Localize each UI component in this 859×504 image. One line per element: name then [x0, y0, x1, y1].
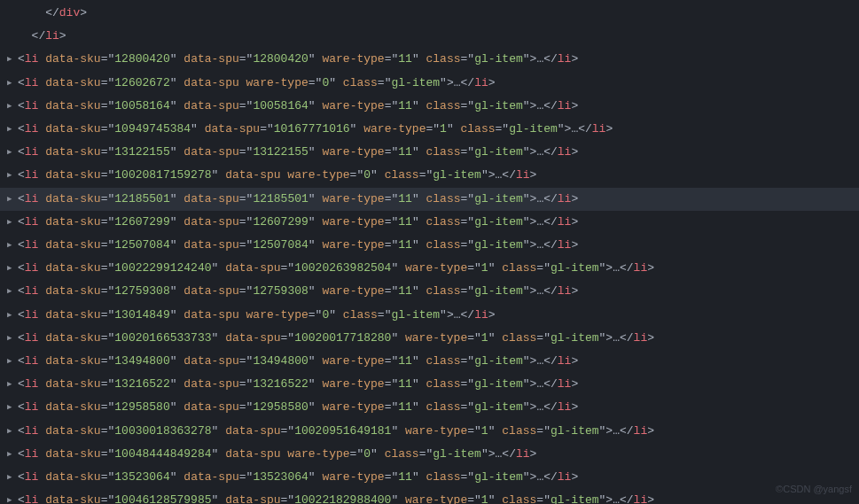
li-element-line[interactable]: ▶<li data-sku="12759308" data-spu="12759… — [0, 280, 859, 303]
watermark: ©CSDN @yangsf — [776, 477, 852, 500]
expand-arrow-icon[interactable]: ▶ — [7, 466, 12, 489]
expand-arrow-icon[interactable]: ▶ — [7, 72, 12, 95]
li-element-line[interactable]: ▶<li data-sku="10949745384" data-spu="10… — [0, 118, 859, 141]
expand-arrow-icon[interactable]: ▶ — [7, 443, 12, 466]
li-element-line[interactable]: ▶<li data-sku="12958580" data-spu="12958… — [0, 396, 859, 419]
closing-tag-line: </li> — [0, 25, 859, 48]
closing-tag-line: </div> — [0, 2, 859, 25]
expand-arrow-icon[interactable]: ▶ — [7, 48, 12, 71]
expand-arrow-icon[interactable]: ▶ — [7, 396, 12, 419]
li-element-line[interactable]: ▶<li data-sku="13494800" data-spu="13494… — [0, 350, 859, 373]
li-element-line[interactable]: ▶<li data-sku="10022299124240" data-spu=… — [0, 257, 859, 280]
expand-arrow-icon[interactable]: ▶ — [7, 141, 12, 164]
expand-arrow-icon[interactable]: ▶ — [7, 350, 12, 373]
expand-arrow-icon[interactable]: ▶ — [7, 118, 12, 141]
li-element-line[interactable]: ▶<li data-sku="13014849" data-spu ware-t… — [0, 304, 859, 327]
li-element-line[interactable]: ▶<li data-sku="12607299" data-spu="12607… — [0, 211, 859, 234]
li-element-line[interactable]: ▶<li data-sku="12602672" data-spu ware-t… — [0, 72, 859, 95]
expand-arrow-icon[interactable]: ▶ — [7, 188, 12, 211]
li-element-line[interactable]: ▶<li data-sku="12800420" data-spu="12800… — [0, 48, 859, 71]
li-element-line[interactable]: ▶<li data-sku="10058164" data-spu="10058… — [0, 95, 859, 118]
expand-arrow-icon[interactable]: ▶ — [7, 234, 12, 257]
li-element-line[interactable]: ▶<li data-sku="10030018363278" data-spu=… — [0, 420, 859, 443]
expand-arrow-icon[interactable]: ▶ — [7, 280, 12, 303]
expand-arrow-icon[interactable]: ▶ — [7, 420, 12, 443]
expand-arrow-icon[interactable]: ▶ — [7, 489, 12, 504]
expand-arrow-icon[interactable]: ▶ — [7, 304, 12, 327]
expand-arrow-icon[interactable]: ▶ — [7, 164, 12, 187]
expand-arrow-icon[interactable]: ▶ — [7, 257, 12, 280]
expand-arrow-icon[interactable]: ▶ — [7, 211, 12, 234]
li-element-line[interactable]: ▶<li data-sku="13216522" data-spu="13216… — [0, 373, 859, 396]
li-element-line[interactable]: ▶<li data-sku="10020817159278" data-spu … — [0, 164, 859, 187]
li-element-line[interactable]: ▶<li data-sku="10020166533733" data-spu=… — [0, 327, 859, 350]
li-element-line[interactable]: ▶<li data-sku="12507084" data-spu="12507… — [0, 234, 859, 257]
expand-arrow-icon[interactable]: ▶ — [7, 95, 12, 118]
code-panel: </div> </li>▶<li data-sku="12800420" dat… — [0, 0, 859, 504]
li-element-line[interactable]: ▶<li data-sku="13122155" data-spu="13122… — [0, 141, 859, 164]
li-element-line[interactable]: ▶<li data-sku="12185501" data-spu="12185… — [0, 188, 859, 211]
expand-arrow-icon[interactable]: ▶ — [7, 373, 12, 396]
li-element-line[interactable]: ▶<li data-sku="13523064" data-spu="13523… — [0, 466, 859, 489]
li-element-line[interactable]: ▶<li data-sku="10048444849284" data-spu … — [0, 443, 859, 466]
expand-arrow-icon[interactable]: ▶ — [7, 327, 12, 350]
li-element-line[interactable]: ▶<li data-sku="10046128579985" data-spu=… — [0, 489, 859, 504]
